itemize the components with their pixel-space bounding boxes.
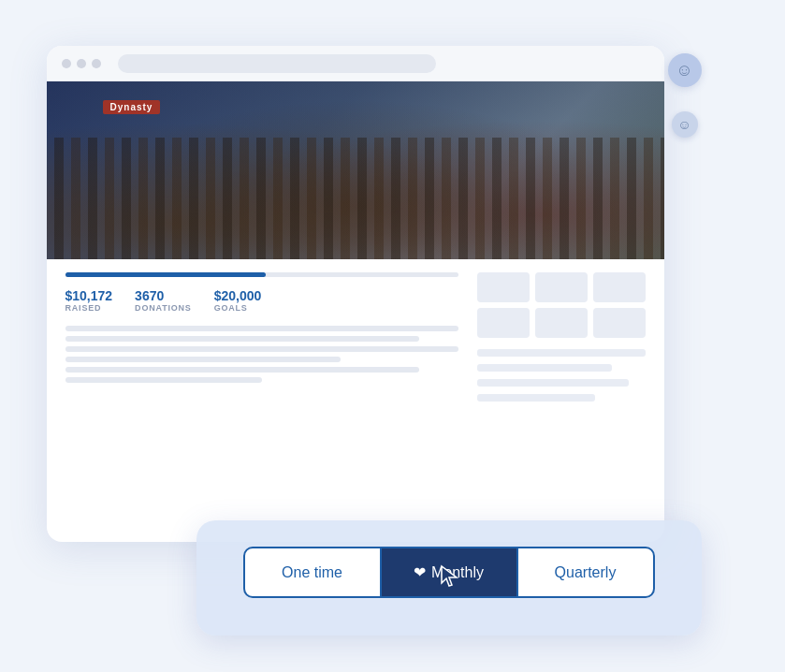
goal-value: $20,000	[214, 288, 262, 303]
sidebar-box-5	[535, 308, 588, 338]
window-dot-green	[92, 59, 101, 68]
browser-titlebar	[47, 46, 664, 81]
sidebar-row-2	[477, 364, 612, 372]
raised-value: $10,172	[65, 288, 113, 303]
monthly-button[interactable]: ❤Monthly	[382, 548, 518, 596]
donations-label: DONATIONS	[135, 303, 192, 313]
left-content: $10,172 RAISED 3670 DONATIONS $20,000 GO…	[65, 272, 458, 402]
text-line-2	[65, 336, 419, 342]
text-line-5	[65, 367, 419, 373]
stat-donations: 3670 DONATIONS	[135, 288, 192, 313]
url-bar	[118, 54, 436, 73]
user-icon-small: ☺	[677, 117, 691, 132]
window-dot-yellow	[77, 59, 86, 68]
heart-icon: ❤	[414, 564, 426, 580]
quarterly-button[interactable]: Quarterly	[518, 548, 653, 596]
browser-avatar-main: ☺	[668, 53, 702, 87]
sidebar-row-3	[477, 379, 629, 387]
stat-goal: $20,000 GOALS	[214, 288, 262, 313]
progress-track	[65, 272, 458, 277]
text-line-4	[65, 357, 341, 362]
sidebar-box-2	[535, 272, 588, 302]
sidebar-box-6	[593, 308, 646, 338]
sidebar-box-4	[477, 308, 530, 338]
donations-value: 3670	[135, 288, 192, 303]
text-line-3	[65, 346, 458, 352]
goal-label: GOALS	[214, 303, 262, 313]
donation-toggle-card: One time ❤Monthly Quarterly	[196, 520, 702, 635]
browser-avatar-secondary: ☺	[672, 111, 698, 138]
main-scene: Dynasty $10,172 RAISED 3670 DONATIONS	[28, 27, 758, 645]
sidebar-grid	[477, 272, 646, 338]
browser-window: Dynasty $10,172 RAISED 3670 DONATIONS	[47, 46, 664, 542]
sidebar-box-3	[593, 272, 646, 302]
stat-raised: $10,172 RAISED	[65, 288, 113, 313]
progress-fill	[65, 272, 266, 277]
text-line-6	[65, 377, 262, 383]
hero-image: Dynasty	[47, 81, 664, 259]
text-line-1	[65, 326, 458, 331]
stats-row: $10,172 RAISED 3670 DONATIONS $20,000 GO…	[65, 288, 458, 313]
toggle-buttons-group: One time ❤Monthly Quarterly	[243, 547, 655, 598]
raised-label: RAISED	[65, 303, 113, 313]
sidebar-row-1	[477, 349, 646, 357]
one-time-button[interactable]: One time	[245, 548, 382, 596]
hero-sign: Dynasty	[103, 100, 161, 114]
hero-crowd	[47, 138, 664, 259]
sidebar-row-4	[477, 394, 595, 402]
sidebar-box-1	[477, 272, 530, 302]
right-sidebar-skeleton	[477, 272, 646, 402]
content-area: $10,172 RAISED 3670 DONATIONS $20,000 GO…	[47, 259, 664, 415]
user-icon: ☺	[676, 61, 692, 80]
window-dot-red	[62, 59, 71, 68]
text-content-skeleton	[65, 326, 458, 383]
